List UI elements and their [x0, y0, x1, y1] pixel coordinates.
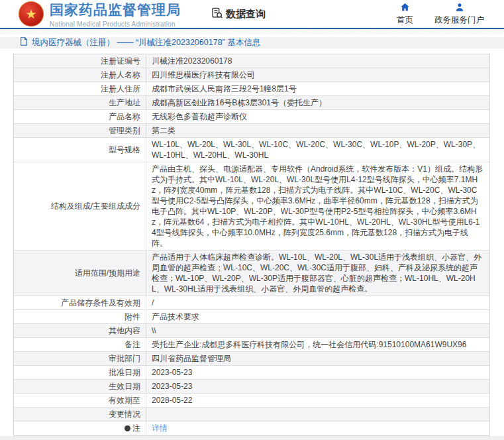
row-label-text: 适用范围/预期用途: [75, 268, 140, 278]
breadcrumb: 境内医疗器械（注册） —— “川械注准20232060178” 基本信息: [0, 37, 504, 48]
row-value: 2028-05-22: [146, 394, 489, 407]
row-label-text: 注册人名称: [101, 70, 140, 80]
row-value: 详情: [146, 421, 489, 435]
row-label: 生效日期: [14, 380, 146, 393]
row-label-text: 注册人住所: [101, 83, 140, 94]
row-value: 2023-05-23: [146, 380, 489, 393]
table-row: 备注受托生产企业:成都思多科医疗科技有限公司，统一社会信用代码:91510100…: [14, 338, 489, 352]
row-label: 变更情况: [14, 408, 146, 421]
site-nav: 首页 政务服务门户: [397, 2, 484, 26]
row-value: 川械注准20232060178: [146, 54, 489, 68]
row-label: 管理类别: [14, 124, 146, 137]
row-label: 型号规格: [14, 138, 146, 162]
table-row: 批准日期2023-05-23: [14, 366, 489, 380]
row-label: 审批部门: [14, 352, 146, 365]
nav-home-label: 首页: [397, 15, 413, 26]
document-icon: [20, 37, 28, 48]
row-label-text: 产品名称: [109, 111, 140, 122]
agency-title: 国家药品监督管理局: [50, 1, 181, 19]
table-row: 适用范围/预期用途产品适用于人体临床超声检查诊断。WL-10L、WL-20L、W…: [14, 250, 489, 296]
hatch-band: [0, 29, 504, 35]
table-row: 变更情况: [14, 408, 489, 421]
row-label-text: 附件: [125, 311, 140, 322]
row-value: 产品由主机、探头、电源适配器、专用软件（Android系统，软件发布版本：V1）…: [146, 162, 489, 250]
table-row: 结构及组成/主要组成成分产品由主机、探头、电源适配器、专用软件（Android系…: [14, 162, 489, 250]
row-label-text: 结构及组成/主要组成成分: [51, 201, 140, 211]
table-row: 产品储存条件及有效期/: [14, 296, 489, 310]
row-value: 四川维思模医疗科技有限公司: [146, 68, 489, 82]
details-link[interactable]: 详情: [152, 423, 168, 433]
footer-strip: [0, 436, 504, 440]
nav-home[interactable]: 首页: [397, 2, 413, 26]
home-icon: [399, 2, 411, 13]
row-label: 产品名称: [14, 110, 146, 123]
user-icon: [454, 2, 465, 13]
row-value: 产品技术要求: [146, 310, 489, 323]
table-row: 型号规格WL-10L、WL-20L、WL-30L、WL-10C、WL-20C、W…: [14, 138, 489, 162]
row-value: 无线彩色多普勒超声诊断仪: [146, 110, 489, 123]
row-label-text: 审批部门: [109, 353, 140, 364]
row-label-text: 变更情况: [109, 409, 140, 419]
row-label: 备注: [14, 338, 146, 351]
agency-subtitle: National Medical Products Administration: [50, 21, 181, 28]
row-value: 成都高新区创业路16号B栋3层301号（委托生产）: [146, 96, 489, 109]
row-label: 产品储存条件及有效期: [14, 296, 146, 309]
row-label: 附件: [14, 310, 146, 323]
table-row: 注册人住所成都市武侯区人民南路三段2号1幢8层1号: [14, 82, 489, 96]
row-value: \\: [146, 324, 489, 337]
row-label: 注册人住所: [14, 82, 146, 95]
row-label: 批准日期: [14, 366, 146, 379]
table-row: 生效日期2023-05-23: [14, 380, 489, 394]
table-row: 有效期至2028-05-22: [14, 394, 489, 408]
row-label: 注: [14, 421, 146, 435]
registration-info-table: 注册证编号川械注准20232060178注册人名称四川维思模医疗科技有限公司注册…: [13, 54, 490, 436]
row-value: WL-10L、WL-20L、WL-30L、WL-10C、WL-20C、WL-30…: [146, 138, 489, 162]
table-row: 注详情: [14, 421, 489, 435]
row-label-text: 产品储存条件及有效期: [61, 298, 140, 308]
note-icon: [125, 425, 130, 431]
table-row: 注册证编号川械注准20232060178: [14, 54, 489, 68]
table-row: 管理类别第二类: [14, 124, 489, 138]
row-label-text: 有效期至: [109, 395, 140, 406]
row-label: 结构及组成/主要组成成分: [14, 162, 146, 250]
row-label-text: 其他内容: [109, 325, 140, 336]
breadcrumb-text[interactable]: 境内医疗器械（注册） —— “川械注准20232060178” 基本信息: [32, 37, 260, 48]
row-label-text: 批准日期: [109, 367, 140, 378]
row-label: 其他内容: [14, 324, 146, 337]
site-header: ★ 国家药品监督管理局 National Medical Products Ad…: [0, 0, 504, 28]
table-row: 审批部门四川省药品监督管理局: [14, 352, 489, 366]
national-emblem-logo: ★: [19, 1, 44, 27]
row-value: 第二类: [146, 124, 489, 137]
table-row: 生产地址成都高新区创业路16号B栋3层301号（委托生产）: [14, 96, 489, 110]
row-label-text: 生效日期: [109, 381, 140, 392]
row-value: 受托生产企业:成都思多科医疗科技有限公司，统一社会信用代码:91510100MA…: [146, 338, 489, 351]
nav-portal-label: 政务服务门户: [434, 15, 484, 26]
row-value: /: [146, 296, 489, 309]
agency-titles: 国家药品监督管理局 National Medical Products Admi…: [50, 1, 181, 28]
row-value: 产品适用于人体临床超声检查诊断。WL-10L、WL-20L、WL-30L适用于浅…: [146, 250, 489, 296]
row-value: 2023-05-23: [146, 366, 489, 379]
row-label-text: 备注: [125, 339, 140, 350]
row-label: 适用范围/预期用途: [14, 250, 146, 296]
agency-brand: ★ 国家药品监督管理局 National Medical Products Ad…: [19, 1, 181, 28]
row-label: 注册人名称: [14, 68, 146, 82]
row-value: 四川省药品监督管理局: [146, 352, 489, 365]
table-row: 注册人名称四川维思模医疗科技有限公司: [14, 68, 489, 82]
data-query-label: 数据查询: [226, 8, 266, 21]
row-value: [146, 408, 489, 421]
row-label: 有效期至: [14, 394, 146, 407]
data-query-tab[interactable]: 数据查询: [211, 7, 266, 21]
row-label: 注册证编号: [14, 54, 146, 68]
table-row: 产品名称无线彩色多普勒超声诊断仪: [14, 110, 489, 124]
nav-portal[interactable]: 政务服务门户: [434, 2, 484, 26]
row-label: 生产地址: [14, 96, 146, 109]
row-label-text: 注册证编号: [101, 56, 140, 66]
row-value: 成都市武侯区人民南路三段2号1幢8层1号: [146, 82, 489, 95]
row-label-text: 型号规格: [109, 144, 140, 155]
row-label-text: 生产地址: [109, 97, 140, 108]
table-row: 其他内容\\: [14, 324, 489, 338]
document-search-icon: [211, 7, 223, 21]
table-row: 附件产品技术要求: [14, 310, 489, 324]
row-label-text: 管理类别: [109, 125, 140, 136]
row-label-text: 注: [132, 423, 140, 433]
